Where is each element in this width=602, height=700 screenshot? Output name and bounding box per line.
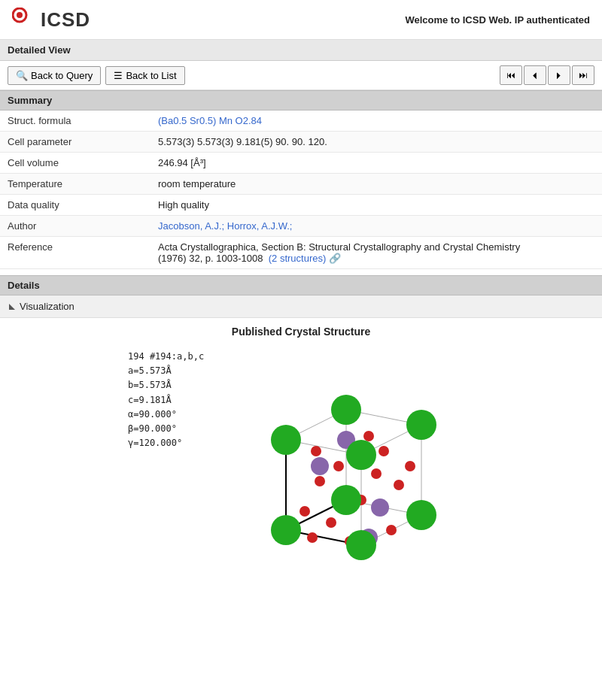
svg-point-27 xyxy=(333,461,344,471)
field-label: Cell parameter xyxy=(0,132,150,153)
logo: ICSD xyxy=(12,8,90,32)
field-value: 5.573(3) 5.573(3) 9.181(5) 90. 90. 120. xyxy=(150,132,602,153)
svg-point-36 xyxy=(331,485,361,515)
svg-point-33 xyxy=(371,498,389,517)
summary-row: Cell volume246.94 [Å³] xyxy=(0,153,602,174)
svg-point-22 xyxy=(371,468,382,479)
field-label: Temperature xyxy=(0,174,150,195)
next-button[interactable]: ⏵ xyxy=(548,65,570,85)
back-to-list-button[interactable]: ☰ Back to List xyxy=(105,66,184,85)
field-label: Reference xyxy=(0,237,150,269)
icsd-logo-icon xyxy=(12,8,36,32)
svg-point-35 xyxy=(271,515,301,545)
svg-point-26 xyxy=(405,461,415,471)
param-beta: β=90.000° xyxy=(128,422,204,436)
svg-point-19 xyxy=(299,506,310,517)
svg-point-42 xyxy=(346,530,376,560)
svg-point-38 xyxy=(271,425,301,455)
svg-point-30 xyxy=(307,532,318,543)
summary-row: AuthorJacobson, A.J.; Horrox, A.J.W.; xyxy=(0,216,602,237)
prev-button[interactable]: ⏴ xyxy=(524,65,546,85)
svg-point-37 xyxy=(406,500,436,530)
param-gamma: γ=120.000° xyxy=(128,436,204,450)
last-button[interactable]: ⏭ xyxy=(572,65,594,85)
toolbar: 🔍 Back to Query ☰ Back to List ⏮ ⏴ ⏵ ⏭ xyxy=(0,61,602,90)
svg-point-41 xyxy=(346,440,376,470)
param-a: a=5.573Å xyxy=(128,364,204,378)
crystal-title: Published Crystal Structure xyxy=(8,326,594,338)
param-alpha: α=90.000° xyxy=(128,408,204,422)
details-header: Details xyxy=(0,275,602,295)
list-icon: ☰ xyxy=(114,70,123,81)
logo-text: ICSD xyxy=(41,8,90,32)
summary-row: Temperatureroom temperature xyxy=(0,174,602,195)
field-label: Struct. formula xyxy=(0,111,150,132)
svg-point-40 xyxy=(406,410,436,440)
spacegroup: 194 #194:a,b,c xyxy=(128,350,204,364)
toolbar-left: 🔍 Back to Query ☰ Back to List xyxy=(8,66,185,85)
svg-point-1 xyxy=(17,12,23,18)
back-to-query-label: Back to Query xyxy=(31,70,93,81)
svg-point-31 xyxy=(311,457,329,475)
svg-point-17 xyxy=(311,446,321,456)
field-value: 246.94 [Å³] xyxy=(150,153,602,174)
summary-row: Data qualityHigh quality xyxy=(0,195,602,216)
svg-point-39 xyxy=(331,395,361,425)
field-value: High quality xyxy=(150,195,602,216)
crystal-container: 194 #194:a,b,c a=5.573Å b=5.573Å c=9.181… xyxy=(128,350,474,577)
field-label: Data quality xyxy=(0,195,150,216)
svg-point-25 xyxy=(394,480,404,490)
param-c: c=9.181Å xyxy=(128,393,204,408)
crystal-info: 194 #194:a,b,c a=5.573Å b=5.573Å c=9.181… xyxy=(128,350,204,450)
back-to-query-button[interactable]: 🔍 Back to Query xyxy=(8,66,101,85)
page-title: Detailed View xyxy=(0,40,602,61)
visualization-label: Visualization xyxy=(20,301,74,312)
visualization-toggle[interactable]: Visualization xyxy=(0,295,602,318)
navigation-buttons: ⏮ ⏴ ⏵ ⏭ xyxy=(500,65,594,85)
field-value[interactable]: Acta Crystallographica, Section B: Struc… xyxy=(150,237,602,269)
param-b: b=5.573Å xyxy=(128,378,204,392)
svg-point-29 xyxy=(386,525,397,535)
field-value: room temperature xyxy=(150,174,602,195)
svg-point-20 xyxy=(326,517,336,528)
field-label: Cell volume xyxy=(0,153,150,174)
back-to-list-label: Back to List xyxy=(126,70,176,81)
field-value[interactable]: (Ba0.5 Sr0.5) Mn O2.84 xyxy=(150,111,602,132)
summary-row: Cell parameter5.573(3) 5.573(3) 9.181(5)… xyxy=(0,132,602,153)
field-value[interactable]: Jacobson, A.J.; Horrox, A.J.W.; xyxy=(150,216,602,237)
field-label: Author xyxy=(0,216,150,237)
toggle-icon xyxy=(9,304,15,310)
header: ICSD Welcome to ICSD Web. IP authenticat… xyxy=(0,0,602,40)
svg-point-23 xyxy=(379,446,389,456)
summary-table: Struct. formula(Ba0.5 Sr0.5) Mn O2.84Cel… xyxy=(0,111,602,269)
svg-point-24 xyxy=(363,431,374,441)
summary-header: Summary xyxy=(0,90,602,111)
crystal-section: Published Crystal Structure 194 #194:a,b… xyxy=(0,318,602,585)
summary-row: Struct. formula(Ba0.5 Sr0.5) Mn O2.84 xyxy=(0,111,602,132)
summary-row: ReferenceActa Crystallographica, Section… xyxy=(0,237,602,269)
search-icon: 🔍 xyxy=(16,70,28,81)
welcome-text: Welcome to ICSD Web. IP authenticated xyxy=(405,14,590,26)
svg-point-18 xyxy=(315,476,325,486)
crystal-svg xyxy=(188,350,474,575)
first-button[interactable]: ⏮ xyxy=(500,65,522,85)
